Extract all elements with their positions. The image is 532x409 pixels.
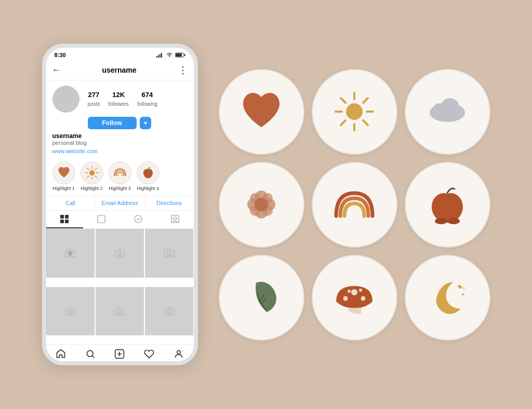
circle-moon[interactable] <box>405 255 490 340</box>
svg-rect-5 <box>184 54 185 56</box>
svg-rect-20 <box>98 215 105 223</box>
highlight-4[interactable]: Highlight 4 <box>137 161 159 191</box>
circle-cloud[interactable] <box>405 69 490 155</box>
ig-username-header: username <box>102 66 136 74</box>
follow-dropdown-button[interactable]: ▾ <box>140 117 151 129</box>
svg-rect-3 <box>161 53 162 58</box>
svg-line-15 <box>87 176 89 178</box>
highlight-3[interactable]: Highlight 3 <box>109 161 131 191</box>
wifi-icon <box>166 52 173 58</box>
highlight-2[interactable]: Highlight 2 <box>81 161 103 191</box>
svg-point-30 <box>167 310 171 313</box>
circle-rainbow[interactable] <box>312 162 397 248</box>
ig-stats: 277 posts 12K followers 674 following <box>88 91 188 108</box>
svg-point-65 <box>463 288 465 289</box>
svg-line-41 <box>363 98 368 103</box>
svg-point-33 <box>177 350 181 354</box>
svg-point-34 <box>346 103 363 120</box>
grid-cell-2[interactable] <box>96 229 144 278</box>
svg-point-60 <box>361 296 366 301</box>
circle-sun[interactable] <box>312 69 397 155</box>
svg-rect-22 <box>171 215 179 223</box>
bio-link[interactable]: www.website.com <box>52 148 98 154</box>
grid-cell-6[interactable] <box>145 287 194 336</box>
svg-point-46 <box>451 105 464 118</box>
nav-home[interactable] <box>46 349 76 359</box>
svg-point-7 <box>89 170 95 176</box>
nav-profile[interactable] <box>164 349 194 359</box>
ig-profile-area: 277 posts 12K followers 674 following <box>46 80 194 132</box>
grid-cell-1[interactable] <box>46 229 95 278</box>
followers-stat: 12K followers <box>108 91 128 108</box>
nav-heart[interactable] <box>135 349 164 359</box>
directions-button[interactable]: Directions <box>145 196 194 210</box>
svg-line-14 <box>95 168 97 170</box>
svg-point-59 <box>343 296 348 301</box>
svg-line-40 <box>363 120 368 125</box>
following-count: 674 <box>137 91 157 99</box>
svg-point-23 <box>174 217 177 220</box>
ig-tabs <box>46 211 194 229</box>
ig-highlights: Highlight 1 <box>46 157 194 195</box>
nav-add[interactable] <box>105 349 135 359</box>
grid-cell-5[interactable] <box>96 287 144 336</box>
svg-point-31 <box>87 350 93 357</box>
circle-heart[interactable] <box>219 69 304 155</box>
highlight-1-circle <box>52 161 75 184</box>
tab-mentions[interactable] <box>157 211 194 228</box>
svg-point-64 <box>462 293 464 295</box>
posts-label: posts <box>88 101 100 107</box>
highlight-1-label: Highlight 1 <box>52 186 75 191</box>
back-icon[interactable]: ← <box>52 65 61 75</box>
main-container: 8:30 <box>32 33 501 376</box>
circles-grid <box>219 69 490 340</box>
tab-grid[interactable] <box>46 211 83 228</box>
email-button[interactable]: Email Address <box>96 196 145 210</box>
svg-rect-0 <box>156 56 157 58</box>
svg-point-56 <box>435 218 447 224</box>
phone-mockup: 8:30 <box>42 44 198 365</box>
call-button[interactable]: Call <box>46 196 96 210</box>
svg-line-12 <box>87 168 89 170</box>
status-bar: 8:30 <box>46 48 194 60</box>
svg-rect-1 <box>158 55 159 58</box>
status-icons <box>156 52 185 58</box>
grid-cell-3[interactable] <box>145 229 194 278</box>
battery-icon <box>175 52 185 58</box>
highlight-1[interactable]: Highlight 1 <box>52 161 75 191</box>
following-label: following <box>137 101 157 107</box>
grid-cell-4[interactable] <box>46 287 95 336</box>
followers-label: followers <box>108 101 128 107</box>
phone-frame: 8:30 <box>42 44 198 365</box>
ig-bottom-nav <box>46 344 194 361</box>
posts-count: 277 <box>88 91 100 99</box>
circle-apple[interactable] <box>405 162 490 248</box>
following-stat: 674 following <box>137 91 157 108</box>
highlight-4-label: Highlight 4 <box>137 186 159 191</box>
tab-reels[interactable] <box>83 211 120 228</box>
circle-leaf[interactable] <box>219 255 304 340</box>
signal-icon <box>156 52 164 58</box>
circle-mushroom[interactable] <box>312 255 397 340</box>
highlight-4-circle <box>137 161 159 184</box>
svg-point-55 <box>255 198 268 211</box>
svg-point-62 <box>359 289 362 292</box>
tab-tagged[interactable] <box>120 211 157 228</box>
more-options-icon[interactable]: ⋮ <box>178 64 188 76</box>
svg-rect-2 <box>159 54 161 58</box>
follow-row: Follow ▾ <box>88 117 188 129</box>
nav-search[interactable] <box>75 349 105 359</box>
ig-bio: username personal blog www.website.com <box>46 132 194 157</box>
circle-flower[interactable] <box>219 162 304 248</box>
follow-button[interactable]: Follow <box>88 117 137 129</box>
phone-screen: ← username ⋮ 277 posts <box>46 60 194 361</box>
ig-action-row: Call Email Address Directions <box>46 195 194 211</box>
svg-rect-17 <box>65 215 69 219</box>
svg-point-28 <box>69 310 72 313</box>
ig-photo-grid <box>46 229 194 344</box>
highlight-2-circle <box>81 161 103 184</box>
svg-point-57 <box>447 218 460 224</box>
ig-header: ← username ⋮ <box>46 60 194 80</box>
svg-point-58 <box>351 289 357 295</box>
highlight-3-label: Highlight 3 <box>109 186 131 191</box>
